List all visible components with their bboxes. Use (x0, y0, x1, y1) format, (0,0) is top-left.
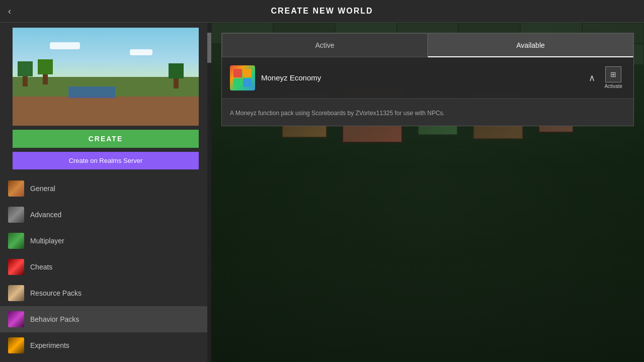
activate-label: Activate (604, 83, 622, 89)
sidebar-item-experiments[interactable]: Experiments (0, 332, 211, 358)
main-layout: CREATE Create on Realms Server General A… (0, 23, 644, 362)
multiplayer-icon (8, 233, 24, 249)
experiments-label: Experiments (30, 341, 69, 349)
expand-button[interactable]: ∧ (587, 70, 597, 85)
cheats-label: Cheats (30, 263, 52, 271)
cheats-icon (8, 259, 24, 275)
general-label: General (30, 185, 55, 193)
resource-packs-label: Resource Packs (30, 289, 82, 297)
tabs: Active Available (222, 33, 633, 57)
tab-active-label: Active (315, 41, 334, 49)
preview-water (68, 86, 115, 98)
multiplayer-label: Multiplayer (30, 237, 64, 245)
sidebar-item-general[interactable]: General (0, 175, 211, 202)
top-bar: ‹ CREATE NEW WORLD (0, 0, 644, 23)
preview-tree-2 (38, 59, 53, 84)
preview-tree-3 (169, 63, 184, 88)
sidebar-item-behavior-packs[interactable]: Behavior Packs (0, 306, 211, 332)
general-icon (8, 180, 24, 197)
pack-info: Moneyz Economy (261, 73, 581, 82)
pack-item: Moneyz Economy ∧ ⊞ Activate (222, 57, 633, 99)
pack-icon-cell-2 (243, 69, 252, 77)
tab-available[interactable]: Available (428, 33, 633, 57)
behavior-packs-label: Behavior Packs (30, 315, 79, 323)
activate-button[interactable]: ⊞ Activate (601, 63, 625, 92)
pack-description: A Moneyz function pack using Scoreboards… (230, 109, 598, 118)
experiments-icon (8, 337, 24, 353)
advanced-icon (8, 207, 24, 223)
behavior-packs-icon (8, 311, 24, 327)
advanced-label: Advanced (30, 211, 61, 219)
pack-icon-inner (233, 69, 252, 87)
sidebar-item-multiplayer[interactable]: Multiplayer (0, 228, 211, 254)
pack-icon-cell-4 (243, 78, 252, 87)
activate-icon: ⊞ (605, 66, 621, 82)
scrollbar-thumb[interactable] (207, 33, 211, 63)
activate-plus-icon: ⊞ (610, 70, 616, 78)
sidebar: CREATE Create on Realms Server General A… (0, 23, 211, 362)
pack-panel: Active Available (221, 33, 634, 126)
tab-active[interactable]: Active (222, 33, 428, 57)
nav-items: General Advanced Multiplayer Cheats Reso… (0, 175, 211, 362)
world-preview (13, 28, 199, 126)
back-icon: ‹ (8, 6, 11, 17)
preview-dirt (13, 97, 199, 126)
pack-icon (230, 65, 255, 90)
preview-cloud-2 (130, 49, 152, 55)
sidebar-item-advanced[interactable]: Advanced (0, 202, 211, 228)
resource-packs-icon (8, 285, 24, 301)
pack-actions: ∧ ⊞ Activate (587, 63, 625, 92)
page-title: CREATE NEW WORLD (271, 7, 373, 16)
scrollbar-track (207, 23, 211, 362)
preview-cloud-1 (50, 42, 80, 49)
realms-button[interactable]: Create on Realms Server (13, 152, 199, 169)
pack-icon-cell-1 (233, 69, 242, 77)
pack-icon-cell-3 (233, 78, 242, 87)
back-button[interactable]: ‹ (8, 6, 11, 17)
pack-name: Moneyz Economy (261, 73, 581, 82)
sidebar-item-cheats[interactable]: Cheats (0, 254, 211, 280)
create-button[interactable]: CREATE (13, 130, 199, 148)
preview-tree-1 (18, 61, 33, 86)
pack-description-area: A Moneyz function pack using Scoreboards… (222, 99, 633, 126)
tab-available-label: Available (516, 41, 545, 49)
content-area: Active Available (211, 23, 644, 362)
sidebar-item-resource-packs[interactable]: Resource Packs (0, 280, 211, 306)
